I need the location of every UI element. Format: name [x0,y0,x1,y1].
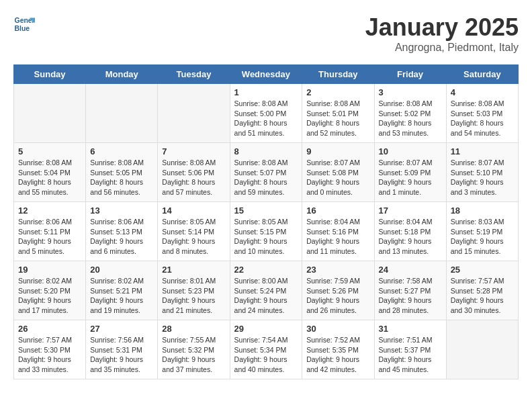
day-info: Sunrise: 8:07 AM Sunset: 5:10 PM Dayligh… [451,158,514,197]
day-info: Sunrise: 8:04 AM Sunset: 5:16 PM Dayligh… [306,217,369,257]
calendar-title-area: January 2025 Angrogna, Piedmont, Italy [365,13,519,54]
day-info: Sunrise: 8:07 AM Sunset: 5:08 PM Dayligh… [306,158,369,197]
day-number: 16 [306,205,369,216]
day-number: 22 [234,265,298,275]
day-number: 31 [379,324,442,334]
day-info: Sunrise: 8:08 AM Sunset: 5:07 PM Dayligh… [234,158,298,197]
day-number: 18 [451,205,514,216]
day-number: 23 [306,265,369,275]
day-info: Sunrise: 8:01 AM Sunset: 5:23 PM Dayligh… [162,276,225,316]
day-number: 9 [306,146,369,156]
calendar-cell: 29Sunrise: 7:54 AM Sunset: 5:34 PM Dayli… [230,320,302,379]
day-number: 1 [234,87,298,97]
calendar-cell: 23Sunrise: 7:59 AM Sunset: 5:26 PM Dayli… [302,261,374,320]
calendar-cell: 27Sunrise: 7:56 AM Sunset: 5:31 PM Dayli… [86,320,158,379]
month-title: January 2025 [365,13,519,42]
day-info: Sunrise: 8:07 AM Sunset: 5:09 PM Dayligh… [379,158,442,197]
day-info: Sunrise: 8:08 AM Sunset: 5:01 PM Dayligh… [306,99,369,138]
weekday-header-thursday: Thursday [302,65,374,84]
day-info: Sunrise: 7:57 AM Sunset: 5:28 PM Dayligh… [451,276,514,316]
calendar-cell: 26Sunrise: 7:57 AM Sunset: 5:30 PM Dayli… [14,320,86,379]
day-number: 30 [306,324,369,334]
day-number: 25 [451,265,514,275]
day-info: Sunrise: 8:02 AM Sunset: 5:21 PM Dayligh… [90,276,153,316]
day-info: Sunrise: 7:54 AM Sunset: 5:34 PM Dayligh… [234,335,298,375]
calendar-table: SundayMondayTuesdayWednesdayThursdayFrid… [13,64,519,379]
day-info: Sunrise: 7:55 AM Sunset: 5:32 PM Dayligh… [162,335,225,375]
calendar-cell [446,320,518,379]
day-info: Sunrise: 7:51 AM Sunset: 5:37 PM Dayligh… [379,335,442,375]
day-number: 26 [18,324,81,334]
weekday-header-friday: Friday [374,65,446,84]
day-info: Sunrise: 8:08 AM Sunset: 5:02 PM Dayligh… [379,99,442,138]
calendar-cell: 17Sunrise: 8:04 AM Sunset: 5:18 PM Dayli… [374,202,446,261]
day-number: 17 [379,205,442,216]
calendar-week-row: 26Sunrise: 7:57 AM Sunset: 5:30 PM Dayli… [14,320,519,379]
day-number: 6 [90,146,153,156]
day-info: Sunrise: 8:05 AM Sunset: 5:14 PM Dayligh… [162,217,225,257]
calendar-week-row: 19Sunrise: 8:02 AM Sunset: 5:20 PM Dayli… [14,261,519,320]
calendar-week-row: 5Sunrise: 8:08 AM Sunset: 5:04 PM Daylig… [14,143,519,202]
day-number: 12 [18,205,81,216]
calendar-cell: 31Sunrise: 7:51 AM Sunset: 5:37 PM Dayli… [374,320,446,379]
day-info: Sunrise: 8:03 AM Sunset: 5:19 PM Dayligh… [451,217,514,257]
calendar-cell: 8Sunrise: 8:08 AM Sunset: 5:07 PM Daylig… [230,143,302,202]
calendar-week-row: 1Sunrise: 8:08 AM Sunset: 5:00 PM Daylig… [14,84,519,143]
day-number: 8 [234,146,298,156]
day-info: Sunrise: 8:08 AM Sunset: 5:05 PM Dayligh… [90,158,153,197]
day-number: 15 [234,205,298,216]
calendar-cell: 14Sunrise: 8:05 AM Sunset: 5:14 PM Dayli… [158,202,230,261]
calendar-cell: 5Sunrise: 8:08 AM Sunset: 5:04 PM Daylig… [14,143,86,202]
location-subtitle: Angrogna, Piedmont, Italy [365,42,519,54]
day-number: 5 [18,146,81,156]
day-number: 3 [379,87,442,97]
day-number: 11 [451,146,514,156]
weekday-header-monday: Monday [86,65,158,84]
calendar-cell: 16Sunrise: 8:04 AM Sunset: 5:16 PM Dayli… [302,202,374,261]
day-number: 19 [18,265,81,275]
day-number: 2 [306,87,369,97]
day-number: 7 [162,146,225,156]
calendar-cell: 2Sunrise: 8:08 AM Sunset: 5:01 PM Daylig… [302,84,374,143]
day-info: Sunrise: 8:06 AM Sunset: 5:11 PM Dayligh… [18,217,81,257]
calendar-cell: 22Sunrise: 8:00 AM Sunset: 5:24 PM Dayli… [230,261,302,320]
day-number: 13 [90,205,153,216]
calendar-cell: 4Sunrise: 8:08 AM Sunset: 5:03 PM Daylig… [446,84,518,143]
calendar-cell: 30Sunrise: 7:52 AM Sunset: 5:35 PM Dayli… [302,320,374,379]
calendar-cell: 24Sunrise: 7:58 AM Sunset: 5:27 PM Dayli… [374,261,446,320]
calendar-cell [14,84,86,143]
calendar-cell: 19Sunrise: 8:02 AM Sunset: 5:20 PM Dayli… [14,261,86,320]
calendar-cell: 6Sunrise: 8:08 AM Sunset: 5:05 PM Daylig… [86,143,158,202]
weekday-header-row: SundayMondayTuesdayWednesdayThursdayFrid… [14,65,519,84]
svg-text:Blue: Blue [15,25,30,32]
day-number: 29 [234,324,298,334]
day-info: Sunrise: 8:02 AM Sunset: 5:20 PM Dayligh… [18,276,81,316]
weekday-header-wednesday: Wednesday [230,65,302,84]
day-info: Sunrise: 8:00 AM Sunset: 5:24 PM Dayligh… [234,276,298,316]
day-number: 27 [90,324,153,334]
day-number: 10 [379,146,442,156]
calendar-cell [158,84,230,143]
day-info: Sunrise: 7:59 AM Sunset: 5:26 PM Dayligh… [306,276,369,316]
calendar-cell: 28Sunrise: 7:55 AM Sunset: 5:32 PM Dayli… [158,320,230,379]
page-header: General Blue January 2025 Angrogna, Pied… [13,13,519,54]
calendar-cell: 15Sunrise: 8:05 AM Sunset: 5:15 PM Dayli… [230,202,302,261]
day-info: Sunrise: 8:04 AM Sunset: 5:18 PM Dayligh… [379,217,442,257]
day-info: Sunrise: 8:05 AM Sunset: 5:15 PM Dayligh… [234,217,298,257]
calendar-cell: 7Sunrise: 8:08 AM Sunset: 5:06 PM Daylig… [158,143,230,202]
day-number: 21 [162,265,225,275]
calendar-cell: 3Sunrise: 8:08 AM Sunset: 5:02 PM Daylig… [374,84,446,143]
weekday-header-sunday: Sunday [14,65,86,84]
day-number: 20 [90,265,153,275]
calendar-cell: 1Sunrise: 8:08 AM Sunset: 5:00 PM Daylig… [230,84,302,143]
day-info: Sunrise: 8:08 AM Sunset: 5:00 PM Dayligh… [234,99,298,138]
day-info: Sunrise: 7:57 AM Sunset: 5:30 PM Dayligh… [18,335,81,375]
day-info: Sunrise: 8:06 AM Sunset: 5:13 PM Dayligh… [90,217,153,257]
calendar-cell: 25Sunrise: 7:57 AM Sunset: 5:28 PM Dayli… [446,261,518,320]
logo: General Blue [13,13,35,35]
calendar-cell: 21Sunrise: 8:01 AM Sunset: 5:23 PM Dayli… [158,261,230,320]
day-info: Sunrise: 7:56 AM Sunset: 5:31 PM Dayligh… [90,335,153,375]
weekday-header-tuesday: Tuesday [158,65,230,84]
day-number: 14 [162,205,225,216]
calendar-week-row: 12Sunrise: 8:06 AM Sunset: 5:11 PM Dayli… [14,202,519,261]
